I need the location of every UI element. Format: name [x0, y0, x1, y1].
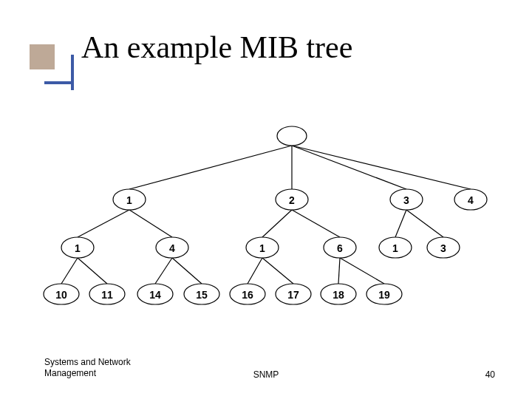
tree-node: 3 [390, 189, 423, 210]
tree-node: 3 [427, 237, 460, 258]
tree-node [277, 126, 307, 146]
tree-node: 4 [156, 237, 188, 258]
tree-node: 1 [246, 237, 279, 258]
tree-node-label: 1 [259, 242, 265, 254]
tree-node-label: 1 [75, 242, 81, 254]
tree-node: 11 [89, 284, 125, 304]
tree-edge [262, 210, 292, 237]
tree-edge [262, 258, 293, 284]
tree-node-label: 19 [378, 289, 390, 301]
slide-title: An example MIB tree [81, 30, 352, 65]
tree-node-label: 11 [101, 289, 113, 301]
footer-page-number: 40 [485, 369, 495, 380]
tree-edge [292, 210, 340, 237]
tree-node: 16 [230, 284, 265, 304]
tree-node-label: 2 [289, 194, 295, 206]
tree-node: 15 [184, 284, 219, 304]
tree-edge [155, 258, 172, 284]
tree-node: 2 [276, 189, 308, 210]
tree-node: 4 [454, 189, 487, 210]
tree-edge [292, 146, 471, 189]
footer-center: SNMP [0, 369, 532, 380]
svg-point-0 [277, 126, 307, 146]
tree-edge [395, 210, 406, 237]
accent-bar-horizontal [44, 81, 74, 84]
tree-node-label: 4 [468, 194, 474, 206]
tree-edge [340, 258, 384, 284]
accent-bar-vertical [71, 55, 74, 90]
footer-left-line1: Systems and Network [44, 357, 131, 367]
tree-edge [129, 210, 172, 237]
tree-edge [406, 210, 443, 237]
tree-node-label: 14 [149, 289, 161, 301]
mib-tree-diagram: 12341416131011141516171819 [41, 118, 491, 310]
tree-node-label: 18 [332, 289, 344, 301]
tree-edge [338, 258, 340, 284]
accent-block [30, 44, 55, 69]
tree-node-label: 1 [126, 194, 132, 206]
tree-node-label: 1 [392, 242, 398, 254]
tree-node: 19 [366, 284, 402, 304]
tree-node: 14 [137, 284, 173, 304]
tree-node-label: 4 [169, 242, 175, 254]
tree-node-label: 16 [242, 289, 253, 301]
tree-node: 18 [321, 284, 356, 304]
tree-edge [292, 146, 406, 189]
tree-node-label: 17 [287, 289, 299, 301]
tree-node: 1 [113, 189, 146, 210]
tree-node-label: 15 [196, 289, 208, 301]
tree-node-label: 6 [337, 242, 343, 254]
tree-edge [78, 258, 107, 284]
slide-header: An example MIB tree [30, 30, 502, 89]
tree-edge [248, 258, 262, 284]
tree-node: 17 [276, 284, 311, 304]
tree-edge [172, 258, 202, 284]
tree-node: 1 [61, 237, 94, 258]
tree-edge [129, 146, 292, 189]
tree-edge [61, 258, 78, 284]
tree-node: 10 [44, 284, 79, 304]
tree-node-label: 3 [403, 194, 409, 206]
tree-edge [78, 210, 129, 237]
tree-node-label: 10 [55, 289, 67, 301]
tree-node: 1 [379, 237, 412, 258]
tree-node: 6 [324, 237, 356, 258]
tree-node-label: 3 [440, 242, 446, 254]
